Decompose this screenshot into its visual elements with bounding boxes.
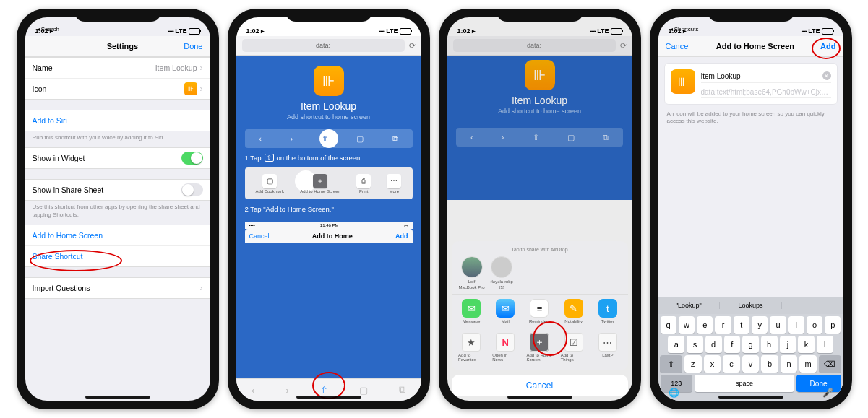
step-2: 2 Tap "Add to Home Screen." — [245, 205, 413, 213]
toolbar-illustration: ‹›⇧▢⧉ — [245, 129, 413, 148]
barcode-icon: ⊪ — [184, 82, 197, 95]
add-to-favorites[interactable]: ★Add to Favorites — [458, 333, 484, 362]
backspace-key[interactable]: ⌫ — [819, 355, 841, 373]
space-key[interactable]: space — [695, 375, 794, 392]
bookmarks-icon[interactable]: ▢ — [359, 385, 368, 396]
share-reminders[interactable]: ≡Reminders — [526, 299, 552, 323]
share-twitter[interactable]: tTwitter — [595, 299, 621, 323]
add-button[interactable]: Add — [820, 42, 835, 51]
url-field[interactable] — [701, 86, 831, 98]
open-in-news[interactable]: NOpen in News — [492, 333, 518, 362]
bookmark-icon: ⊪ — [671, 69, 695, 94]
mic-icon[interactable]: 🎤 — [822, 388, 833, 398]
airdrop-label: Tap to share with AirDrop — [452, 245, 628, 253]
show-in-widget-row[interactable]: Show in Widget — [25, 148, 210, 168]
shift-key[interactable]: ⇧ — [660, 355, 682, 373]
share-notability[interactable]: ✎Notability — [561, 299, 587, 323]
back-to-search[interactable]: ◂ Search — [37, 26, 60, 32]
action-row: ★Add to Favorites NOpen in News ＋Add to … — [452, 328, 628, 366]
sharesheet-hint: Use this shortcut from other apps by ope… — [25, 201, 210, 225]
import-questions[interactable]: Import Questions › — [25, 278, 210, 298]
name-row[interactable]: Name Item Lookup› — [25, 58, 210, 78]
step-1: 1 Tap ⇧ on the bottom of the screen. — [245, 154, 413, 162]
done-key[interactable]: Done — [796, 375, 841, 392]
add-to-things[interactable]: ☑Add to Things — [561, 333, 587, 362]
add-home-hint: An icon will be added to your home scree… — [658, 110, 843, 126]
airdrop-contact[interactable]: LeifMacBook Pro — [459, 256, 485, 289]
back-to-shortcuts[interactable]: ◂ Shortcuts — [670, 26, 699, 32]
bookmark-card: ⊪ ✕ — [664, 63, 838, 105]
tabs-icon[interactable]: ⧉ — [399, 384, 405, 396]
page-title: Add to Home Screen — [716, 42, 794, 51]
cancel-button[interactable]: Cancel — [452, 375, 628, 396]
airdrop-contact[interactable]: rloyola-mbp(3) — [491, 256, 513, 289]
share-sheet: Tap to share with AirDrop LeifMacBook Pr… — [452, 241, 628, 396]
actions-illustration: ▢Add Bookmark ＋Add to Home Screen ⎙Print… — [245, 167, 413, 199]
widget-toggle[interactable] — [181, 152, 203, 165]
share-icon: ⇧ — [265, 154, 274, 162]
back-icon[interactable]: ‹ — [252, 385, 254, 396]
mini-header: Cancel Add to Home Add — [245, 229, 413, 243]
safari-url-bar[interactable]: data: ⟳ — [236, 36, 421, 56]
cancel-button[interactable]: Cancel — [666, 42, 690, 51]
forward-icon[interactable]: › — [285, 385, 288, 396]
suggestion[interactable]: Lookups — [720, 302, 782, 309]
settings-nav: Settings Done — [25, 36, 210, 57]
done-button[interactable]: Done — [184, 42, 202, 51]
keyboard[interactable]: "Lookup" Lookups qwertyuiop asdfghjkl ⇧ … — [658, 297, 843, 401]
globe-icon[interactable]: 🌐 — [669, 388, 679, 398]
add-to-home-screen[interactable]: Add to Home Screen — [25, 225, 210, 245]
siri-hint: Run this shortcut with your voice by add… — [25, 131, 210, 147]
lastpass[interactable]: ⋯LastP — [595, 333, 621, 362]
app-share-row: ✉Message ✉Mail ≡Reminders ✎Notability tT… — [452, 294, 628, 328]
shortcut-title: Item Lookup — [301, 100, 356, 112]
clear-icon[interactable]: ✕ — [822, 71, 831, 80]
shortcut-icon: ⊪ — [314, 66, 344, 96]
show-in-share-sheet-row[interactable]: Show in Share Sheet — [25, 180, 210, 200]
share-message[interactable]: ✉Message — [458, 299, 484, 323]
share-shortcut[interactable]: Share Shortcut — [25, 245, 210, 266]
add-to-home-screen-action[interactable]: ＋Add to Home Screen — [526, 333, 552, 362]
icon-row[interactable]: Icon ⊪› — [25, 78, 210, 99]
name-field[interactable] — [701, 70, 820, 82]
reload-icon[interactable]: ⟳ — [409, 41, 416, 51]
mini-statusbar: ••••11:46 PM▭ — [245, 222, 413, 229]
share-icon[interactable]: ⇧ — [320, 385, 328, 396]
add-to-siri[interactable]: Add to Siri — [25, 110, 210, 131]
key-row: qwertyuiop — [658, 314, 843, 334]
share-mail[interactable]: ✉Mail — [492, 299, 518, 323]
sharesheet-toggle[interactable] — [181, 183, 203, 196]
suggestion[interactable]: "Lookup" — [658, 302, 721, 309]
shortcut-subtitle: Add shortcut to home screen — [287, 113, 370, 121]
add-home-nav: Cancel Add to Home Screen Add — [658, 36, 843, 57]
page-title: Settings — [107, 42, 138, 51]
